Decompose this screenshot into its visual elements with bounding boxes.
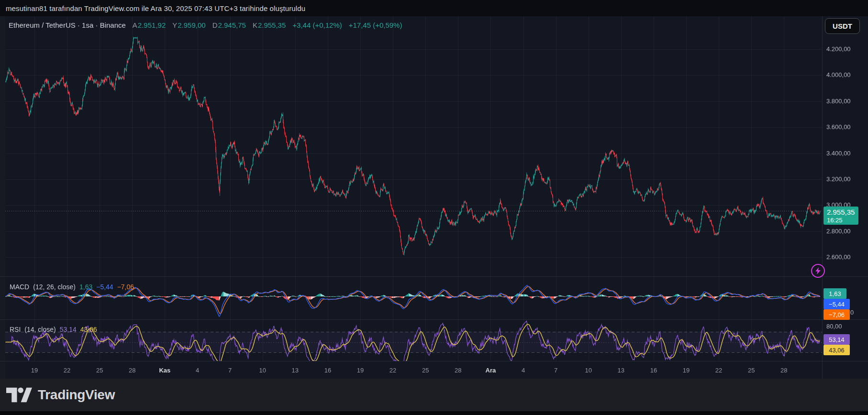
time-axis-label: 25 [748,367,755,374]
time-axis-label: 28 [129,367,135,374]
price-axis-label: 2.600,00 [826,253,851,261]
lightning-bolt-icon [815,267,821,274]
bar-countdown: 16:25 [827,217,843,224]
time-axis-label: 19 [31,367,38,374]
rsi-ma-value: 43,06 [80,326,97,333]
open-label: A [133,21,137,29]
time-axis-label: 4 [522,367,525,374]
time-axis-label: 25 [96,367,103,374]
last-price-value: 2.955,35 [827,208,855,216]
attribution-bar: mesutinan81 tarafından TradingView.com i… [0,0,868,16]
macd-legend[interactable]: MACD (12, 26, close) 1,63 −5,44 −7,06 [10,283,134,291]
footer-bar: TradingView [0,379,868,411]
time-axis-label: 16 [650,367,657,374]
high-label: Y [172,21,177,29]
rsi-ma-badge: 43,06 [823,345,850,355]
price-axis-label: 4.200,00 [826,45,851,53]
time-axis-label: 10 [259,367,266,374]
open-value: A2.951,92 [133,21,166,29]
macd-hist-badge: 1,63 [823,288,846,299]
price-axis-label: 3.800,00 [826,98,851,105]
rsi-80-axis-label: 80,00 [826,323,842,330]
time-axis-label: 19 [357,367,364,374]
chart-canvas[interactable] [0,0,868,415]
rsi-params: (14, close) [24,326,56,333]
open-number: 2.951,92 [138,21,166,29]
last-price-badge: 2.955,35 16:25 [823,207,858,225]
bottom-black-strip [0,411,868,415]
low-label: D [212,21,218,29]
macd-signal-badge: −7,06 [823,309,850,320]
time-axis-label: 7 [554,367,557,374]
close-number: 2.955,35 [258,21,286,29]
time-axis-label: Ara [486,367,496,374]
price-axis-label: 2.800,00 [826,228,851,235]
time-axis-label: 28 [455,367,461,374]
currency-toggle-button[interactable]: USDT [825,18,860,34]
time-axis-label: 4 [196,367,199,374]
time-axis-label: 10 [585,367,591,374]
high-number: 2.959,00 [178,21,205,29]
time-axis-label: 22 [389,367,396,374]
price-axis-label: 3.400,00 [826,150,851,157]
change-extended: +17,45 (+0,59%) [349,21,402,29]
change-absolute: +3,44 (+0,12%) [292,21,342,29]
macd-title: MACD [10,283,29,291]
macd-signal-value: −7,06 [117,283,134,291]
time-axis-label: 19 [683,367,690,374]
close-label: K [253,21,257,29]
tradingview-brand-text[interactable]: TradingView [38,387,115,403]
time-axis-label: 16 [324,367,331,374]
high-value: Y2.959,00 [172,21,205,29]
time-axis-label: 13 [292,367,299,374]
tradingview-snapshot: mesutinan81 tarafından TradingView.com i… [0,0,868,415]
close-value: K2.955,35 [253,21,286,29]
macd-params: (12, 26, close) [33,283,76,291]
time-axis-label: 22 [715,367,722,374]
time-axis-label: 13 [618,367,624,374]
price-axis-label: 4.000,00 [826,71,851,79]
low-number: 2.945,75 [218,21,246,29]
flash-snapshot-button[interactable] [811,264,825,278]
attribution-text: mesutinan81 tarafından TradingView.com i… [6,4,305,12]
symbol-legend[interactable]: Ethereum / TetherUS · 1sa · Binance A2.9… [9,21,402,29]
rsi-badge: 53,14 [823,334,850,345]
low-value: D2.945,75 [212,21,246,29]
price-axis-label: 3.200,00 [826,175,851,183]
time-axis-label: 22 [64,367,70,374]
time-axis-label: 28 [780,367,787,374]
rsi-title: RSI [10,326,21,333]
time-axis-label: 7 [228,367,232,374]
time-axis-label: 25 [422,367,429,374]
macd-line-value: −5,44 [96,283,113,291]
price-axis-label: 3.600,00 [826,123,851,131]
tradingview-logo-icon[interactable] [6,386,32,404]
rsi-value: 53,14 [60,326,77,333]
macd-hist-value: 1,63 [79,283,92,291]
symbol-title[interactable]: Ethereum / TetherUS · 1sa · Binance [9,21,126,29]
rsi-legend[interactable]: RSI (14, close) 53,14 43,06 [10,326,97,333]
macd-zero-axis-label: 0 [850,309,854,316]
time-axis-label: Kas [159,367,170,374]
macd-line-badge: −5,44 [823,299,850,309]
